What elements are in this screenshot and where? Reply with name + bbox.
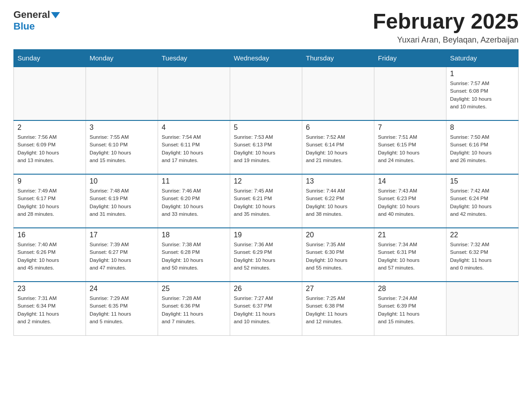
- day-info: Sunrise: 7:52 AM Sunset: 6:14 PM Dayligh…: [306, 133, 370, 164]
- weekday-header-friday: Friday: [374, 50, 446, 67]
- week-row-5: 23Sunrise: 7:31 AM Sunset: 6:34 PM Dayli…: [14, 282, 519, 335]
- calendar-cell: 2Sunrise: 7:56 AM Sunset: 6:09 PM Daylig…: [14, 120, 86, 174]
- day-info: Sunrise: 7:55 AM Sunset: 6:10 PM Dayligh…: [90, 133, 154, 164]
- calendar-cell: 22Sunrise: 7:32 AM Sunset: 6:32 PM Dayli…: [446, 228, 519, 282]
- day-info: Sunrise: 7:45 AM Sunset: 6:21 PM Dayligh…: [234, 187, 298, 218]
- week-row-3: 9Sunrise: 7:49 AM Sunset: 6:17 PM Daylig…: [14, 174, 519, 228]
- day-number: 7: [378, 124, 442, 132]
- calendar-cell: 11Sunrise: 7:46 AM Sunset: 6:20 PM Dayli…: [158, 174, 230, 228]
- week-row-2: 2Sunrise: 7:56 AM Sunset: 6:09 PM Daylig…: [14, 120, 519, 174]
- day-info: Sunrise: 7:27 AM Sunset: 6:37 PM Dayligh…: [234, 295, 298, 325]
- day-info: Sunrise: 7:50 AM Sunset: 6:16 PM Dayligh…: [450, 133, 515, 164]
- day-info: Sunrise: 7:24 AM Sunset: 6:39 PM Dayligh…: [378, 295, 442, 325]
- day-number: 26: [234, 285, 298, 293]
- logo: General Blue: [13, 9, 60, 32]
- day-number: 9: [17, 177, 82, 185]
- day-info: Sunrise: 7:43 AM Sunset: 6:23 PM Dayligh…: [378, 187, 442, 218]
- weekday-header-wednesday: Wednesday: [230, 50, 302, 67]
- weekday-header-row: SundayMondayTuesdayWednesdayThursdayFrid…: [14, 50, 519, 67]
- day-info: Sunrise: 7:32 AM Sunset: 6:32 PM Dayligh…: [450, 241, 515, 272]
- calendar-cell: [230, 67, 302, 120]
- day-number: 15: [450, 177, 515, 185]
- calendar-cell: 6Sunrise: 7:52 AM Sunset: 6:14 PM Daylig…: [302, 120, 374, 174]
- day-info: Sunrise: 7:34 AM Sunset: 6:31 PM Dayligh…: [378, 241, 442, 272]
- weekday-header-monday: Monday: [86, 50, 158, 67]
- day-number: 28: [378, 285, 442, 293]
- calendar-cell: 10Sunrise: 7:48 AM Sunset: 6:19 PM Dayli…: [86, 174, 158, 228]
- day-number: 10: [90, 177, 154, 185]
- week-row-1: 1Sunrise: 7:57 AM Sunset: 6:08 PM Daylig…: [14, 67, 519, 120]
- day-number: 6: [306, 124, 370, 132]
- calendar-cell: 18Sunrise: 7:38 AM Sunset: 6:28 PM Dayli…: [158, 228, 230, 282]
- day-number: 11: [162, 177, 226, 185]
- day-info: Sunrise: 7:44 AM Sunset: 6:22 PM Dayligh…: [306, 187, 370, 218]
- calendar-cell: 16Sunrise: 7:40 AM Sunset: 6:26 PM Dayli…: [14, 228, 86, 282]
- day-info: Sunrise: 7:57 AM Sunset: 6:08 PM Dayligh…: [450, 80, 515, 111]
- calendar-cell: [158, 67, 230, 120]
- calendar-cell: 5Sunrise: 7:53 AM Sunset: 6:13 PM Daylig…: [230, 120, 302, 174]
- calendar-cell: 25Sunrise: 7:28 AM Sunset: 6:36 PM Dayli…: [158, 282, 230, 335]
- logo-blue-text: Blue: [13, 21, 35, 32]
- calendar-cell: 8Sunrise: 7:50 AM Sunset: 6:16 PM Daylig…: [446, 120, 519, 174]
- page-header: General Blue February 2025 Yuxari Aran, …: [13, 9, 519, 45]
- day-number: 5: [234, 124, 298, 132]
- day-info: Sunrise: 7:31 AM Sunset: 6:34 PM Dayligh…: [17, 295, 82, 325]
- calendar-cell: [86, 67, 158, 120]
- weekday-header-thursday: Thursday: [302, 50, 374, 67]
- day-number: 1: [450, 70, 515, 78]
- logo-arrow-icon: [51, 12, 60, 18]
- day-info: Sunrise: 7:40 AM Sunset: 6:26 PM Dayligh…: [17, 241, 82, 272]
- calendar-cell: 19Sunrise: 7:36 AM Sunset: 6:29 PM Dayli…: [230, 228, 302, 282]
- calendar-cell: 4Sunrise: 7:54 AM Sunset: 6:11 PM Daylig…: [158, 120, 230, 174]
- day-number: 12: [234, 177, 298, 185]
- calendar-cell: 3Sunrise: 7:55 AM Sunset: 6:10 PM Daylig…: [86, 120, 158, 174]
- day-info: Sunrise: 7:39 AM Sunset: 6:27 PM Dayligh…: [90, 241, 154, 272]
- weekday-header-tuesday: Tuesday: [158, 50, 230, 67]
- day-number: 20: [306, 231, 370, 239]
- day-number: 18: [162, 231, 226, 239]
- calendar-cell: 26Sunrise: 7:27 AM Sunset: 6:37 PM Dayli…: [230, 282, 302, 335]
- calendar-cell: [302, 67, 374, 120]
- title-section: February 2025 Yuxari Aran, Beylaqan, Aze…: [373, 9, 519, 45]
- day-info: Sunrise: 7:46 AM Sunset: 6:20 PM Dayligh…: [162, 187, 226, 218]
- calendar-cell: 15Sunrise: 7:42 AM Sunset: 6:24 PM Dayli…: [446, 174, 519, 228]
- calendar-cell: 1Sunrise: 7:57 AM Sunset: 6:08 PM Daylig…: [446, 67, 519, 120]
- day-info: Sunrise: 7:28 AM Sunset: 6:36 PM Dayligh…: [162, 295, 226, 325]
- weekday-header-saturday: Saturday: [446, 50, 519, 67]
- day-number: 2: [17, 124, 82, 132]
- day-number: 24: [90, 285, 154, 293]
- day-number: 23: [17, 285, 82, 293]
- month-title: February 2025: [373, 9, 519, 34]
- calendar-cell: 23Sunrise: 7:31 AM Sunset: 6:34 PM Dayli…: [14, 282, 86, 335]
- day-info: Sunrise: 7:49 AM Sunset: 6:17 PM Dayligh…: [17, 187, 82, 218]
- day-info: Sunrise: 7:36 AM Sunset: 6:29 PM Dayligh…: [234, 241, 298, 272]
- calendar-cell: 21Sunrise: 7:34 AM Sunset: 6:31 PM Dayli…: [374, 228, 446, 282]
- day-number: 27: [306, 285, 370, 293]
- weekday-header-sunday: Sunday: [14, 50, 86, 67]
- day-number: 14: [378, 177, 442, 185]
- day-number: 4: [162, 124, 226, 132]
- day-number: 3: [90, 124, 154, 132]
- calendar-cell: 24Sunrise: 7:29 AM Sunset: 6:35 PM Dayli…: [86, 282, 158, 335]
- calendar-cell: 7Sunrise: 7:51 AM Sunset: 6:15 PM Daylig…: [374, 120, 446, 174]
- day-number: 8: [450, 124, 515, 132]
- day-info: Sunrise: 7:48 AM Sunset: 6:19 PM Dayligh…: [90, 187, 154, 218]
- logo-general-text: General: [13, 9, 50, 21]
- day-info: Sunrise: 7:25 AM Sunset: 6:38 PM Dayligh…: [306, 295, 370, 325]
- calendar-cell: [374, 67, 446, 120]
- day-info: Sunrise: 7:35 AM Sunset: 6:30 PM Dayligh…: [306, 241, 370, 272]
- location-subtitle: Yuxari Aran, Beylaqan, Azerbaijan: [373, 35, 519, 45]
- day-number: 16: [17, 231, 82, 239]
- day-info: Sunrise: 7:53 AM Sunset: 6:13 PM Dayligh…: [234, 133, 298, 164]
- day-info: Sunrise: 7:51 AM Sunset: 6:15 PM Dayligh…: [378, 133, 442, 164]
- calendar-cell: 20Sunrise: 7:35 AM Sunset: 6:30 PM Dayli…: [302, 228, 374, 282]
- day-number: 21: [378, 231, 442, 239]
- calendar-cell: 9Sunrise: 7:49 AM Sunset: 6:17 PM Daylig…: [14, 174, 86, 228]
- day-info: Sunrise: 7:29 AM Sunset: 6:35 PM Dayligh…: [90, 295, 154, 325]
- day-info: Sunrise: 7:56 AM Sunset: 6:09 PM Dayligh…: [17, 133, 82, 164]
- calendar-cell: 28Sunrise: 7:24 AM Sunset: 6:39 PM Dayli…: [374, 282, 446, 335]
- day-number: 13: [306, 177, 370, 185]
- calendar-cell: [14, 67, 86, 120]
- day-info: Sunrise: 7:42 AM Sunset: 6:24 PM Dayligh…: [450, 187, 515, 218]
- calendar-cell: 17Sunrise: 7:39 AM Sunset: 6:27 PM Dayli…: [86, 228, 158, 282]
